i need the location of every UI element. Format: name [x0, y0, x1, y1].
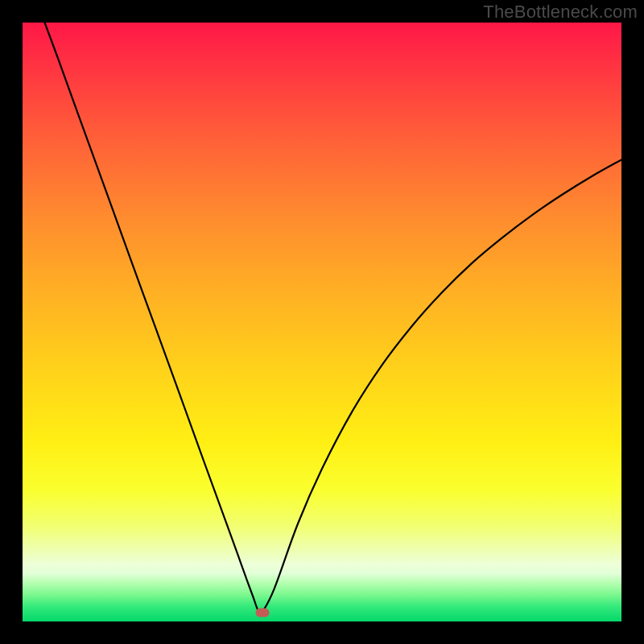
chart-frame: TheBottleneck.com [0, 0, 644, 644]
minimum-marker [255, 608, 269, 617]
bottleneck-curve [23, 23, 621, 621]
watermark-text: TheBottleneck.com [483, 2, 638, 23]
plot-area [23, 23, 621, 621]
